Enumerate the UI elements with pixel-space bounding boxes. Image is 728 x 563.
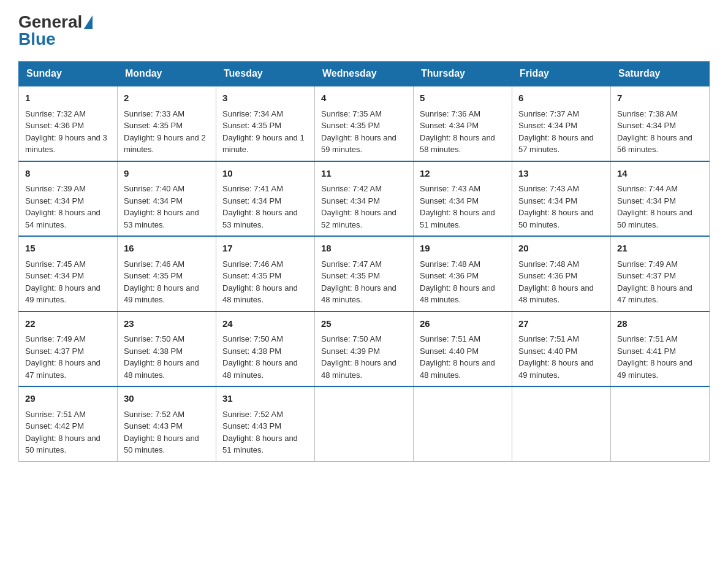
sunrise-label: Sunrise: 7:33 AM: [124, 109, 184, 118]
cell-content: 3 Sunrise: 7:34 AM Sunset: 4:35 PM Dayli…: [222, 91, 308, 156]
day-header-saturday: Saturday: [611, 62, 710, 86]
day-number: 12: [420, 167, 506, 181]
calendar-cell: 9 Sunrise: 7:40 AM Sunset: 4:34 PM Dayli…: [118, 161, 216, 237]
calendar-cell: 16 Sunrise: 7:46 AM Sunset: 4:35 PM Dayl…: [118, 236, 216, 312]
daylight-label: Daylight: 8 hours and 48 minutes.: [420, 358, 495, 380]
sunrise-label: Sunrise: 7:36 AM: [420, 109, 480, 118]
sunset-label: Sunset: 4:35 PM: [222, 121, 281, 130]
sunrise-label: Sunrise: 7:51 AM: [617, 334, 678, 343]
cell-content: 11 Sunrise: 7:42 AM Sunset: 4:34 PM Dayl…: [321, 167, 407, 231]
calendar-cell: 23 Sunrise: 7:50 AM Sunset: 4:38 PM Dayl…: [118, 312, 216, 387]
day-number: 4: [321, 91, 407, 105]
calendar-cell: 31 Sunrise: 7:52 AM Sunset: 4:43 PM Dayl…: [216, 386, 315, 461]
calendar-cell: 10 Sunrise: 7:41 AM Sunset: 4:34 PM Dayl…: [216, 161, 315, 237]
sunrise-label: Sunrise: 7:52 AM: [124, 410, 184, 419]
calendar-cell: [611, 386, 710, 461]
calendar-cell: 8 Sunrise: 7:39 AM Sunset: 4:34 PM Dayli…: [19, 161, 118, 237]
daylight-label: Daylight: 8 hours and 48 minutes.: [222, 283, 298, 305]
cell-content: 6 Sunrise: 7:37 AM Sunset: 4:34 PM Dayli…: [518, 91, 604, 156]
day-number: 21: [617, 242, 703, 256]
daylight-label: Daylight: 8 hours and 53 minutes.: [222, 208, 298, 229]
sunset-label: Sunset: 4:34 PM: [420, 196, 479, 205]
cell-content: 31 Sunrise: 7:52 AM Sunset: 4:43 PM Dayl…: [222, 392, 308, 456]
cell-content: 28 Sunrise: 7:51 AM Sunset: 4:41 PM Dayl…: [617, 317, 703, 381]
calendar-table: SundayMondayTuesdayWednesdayThursdayFrid…: [18, 61, 710, 462]
sunrise-label: Sunrise: 7:45 AM: [25, 259, 86, 269]
calendar-cell: 29 Sunrise: 7:51 AM Sunset: 4:42 PM Dayl…: [19, 386, 118, 461]
calendar-cell: 3 Sunrise: 7:34 AM Sunset: 4:35 PM Dayli…: [216, 86, 315, 161]
sunset-label: Sunset: 4:38 PM: [124, 347, 183, 356]
day-number: 27: [518, 317, 604, 331]
cell-content: 1 Sunrise: 7:32 AM Sunset: 4:36 PM Dayli…: [25, 91, 111, 156]
calendar-cell: 27 Sunrise: 7:51 AM Sunset: 4:40 PM Dayl…: [512, 312, 611, 387]
day-number: 30: [124, 392, 210, 406]
daylight-label: Daylight: 8 hours and 47 minutes.: [25, 358, 100, 380]
cell-content: 24 Sunrise: 7:50 AM Sunset: 4:38 PM Dayl…: [222, 317, 308, 381]
sunset-label: Sunset: 4:41 PM: [617, 347, 676, 356]
cell-content: 23 Sunrise: 7:50 AM Sunset: 4:38 PM Dayl…: [124, 317, 210, 381]
sunrise-label: Sunrise: 7:50 AM: [222, 334, 283, 343]
cell-content: 27 Sunrise: 7:51 AM Sunset: 4:40 PM Dayl…: [518, 317, 604, 381]
sunrise-label: Sunrise: 7:51 AM: [420, 334, 480, 343]
calendar-cell: 7 Sunrise: 7:38 AM Sunset: 4:34 PM Dayli…: [611, 86, 710, 161]
sunrise-label: Sunrise: 7:34 AM: [222, 109, 283, 118]
sunrise-label: Sunrise: 7:47 AM: [321, 259, 382, 269]
daylight-label: Daylight: 8 hours and 56 minutes.: [617, 133, 692, 155]
cell-content: 18 Sunrise: 7:47 AM Sunset: 4:35 PM Dayl…: [321, 242, 407, 306]
daylight-label: Daylight: 8 hours and 48 minutes.: [518, 283, 594, 305]
daylight-label: Daylight: 9 hours and 3 minutes.: [25, 133, 107, 155]
cell-content: 10 Sunrise: 7:41 AM Sunset: 4:34 PM Dayl…: [222, 167, 308, 231]
calendar-cell: [315, 386, 414, 461]
cell-content: 8 Sunrise: 7:39 AM Sunset: 4:34 PM Dayli…: [25, 167, 111, 231]
day-number: 24: [222, 317, 308, 331]
calendar-cell: 26 Sunrise: 7:51 AM Sunset: 4:40 PM Dayl…: [414, 312, 512, 387]
calendar-cell: [414, 386, 512, 461]
sunset-label: Sunset: 4:34 PM: [518, 196, 577, 205]
cell-content: 17 Sunrise: 7:46 AM Sunset: 4:35 PM Dayl…: [222, 242, 308, 306]
sunrise-label: Sunrise: 7:38 AM: [617, 109, 678, 118]
day-number: 8: [25, 167, 111, 181]
day-number: 20: [518, 242, 604, 256]
daylight-label: Daylight: 8 hours and 48 minutes.: [321, 283, 396, 305]
cell-content: 26 Sunrise: 7:51 AM Sunset: 4:40 PM Dayl…: [420, 317, 506, 381]
day-number: 7: [617, 91, 703, 105]
calendar-week-row: 1 Sunrise: 7:32 AM Sunset: 4:36 PM Dayli…: [19, 86, 710, 161]
logo: General Blue: [18, 12, 94, 49]
daylight-label: Daylight: 8 hours and 59 minutes.: [321, 133, 396, 155]
sunset-label: Sunset: 4:39 PM: [321, 347, 380, 356]
sunrise-label: Sunrise: 7:41 AM: [222, 184, 283, 193]
day-number: 28: [617, 317, 703, 331]
sunset-label: Sunset: 4:35 PM: [321, 121, 380, 130]
sunset-label: Sunset: 4:35 PM: [222, 271, 281, 280]
sunrise-label: Sunrise: 7:40 AM: [124, 184, 184, 193]
sunset-label: Sunset: 4:34 PM: [617, 121, 676, 130]
day-number: 23: [124, 317, 210, 331]
sunset-label: Sunset: 4:34 PM: [321, 196, 380, 205]
day-header-sunday: Sunday: [19, 62, 118, 86]
day-number: 15: [25, 242, 111, 256]
sunrise-label: Sunrise: 7:44 AM: [617, 184, 678, 193]
cell-content: 22 Sunrise: 7:49 AM Sunset: 4:37 PM Dayl…: [25, 317, 111, 381]
daylight-label: Daylight: 8 hours and 47 minutes.: [617, 283, 692, 305]
sunset-label: Sunset: 4:35 PM: [124, 271, 183, 280]
daylight-label: Daylight: 8 hours and 50 minutes.: [25, 434, 100, 455]
calendar-week-row: 15 Sunrise: 7:45 AM Sunset: 4:34 PM Dayl…: [19, 236, 710, 312]
calendar-cell: 22 Sunrise: 7:49 AM Sunset: 4:37 PM Dayl…: [19, 312, 118, 387]
sunrise-label: Sunrise: 7:37 AM: [518, 109, 579, 118]
sunset-label: Sunset: 4:43 PM: [222, 421, 281, 431]
sunset-label: Sunset: 4:34 PM: [420, 121, 479, 130]
sunrise-label: Sunrise: 7:52 AM: [222, 410, 283, 419]
sunrise-label: Sunrise: 7:49 AM: [617, 259, 678, 269]
day-number: 19: [420, 242, 506, 256]
calendar-week-row: 8 Sunrise: 7:39 AM Sunset: 4:34 PM Dayli…: [19, 161, 710, 237]
calendar-cell: 30 Sunrise: 7:52 AM Sunset: 4:43 PM Dayl…: [118, 386, 216, 461]
day-header-wednesday: Wednesday: [315, 62, 414, 86]
day-number: 14: [617, 167, 703, 181]
sunset-label: Sunset: 4:37 PM: [617, 271, 676, 280]
sunrise-label: Sunrise: 7:39 AM: [25, 184, 86, 193]
sunset-label: Sunset: 4:34 PM: [124, 196, 183, 205]
sunset-label: Sunset: 4:42 PM: [25, 421, 84, 431]
day-number: 9: [124, 167, 210, 181]
day-number: 16: [124, 242, 210, 256]
daylight-label: Daylight: 9 hours and 1 minute.: [222, 133, 305, 155]
